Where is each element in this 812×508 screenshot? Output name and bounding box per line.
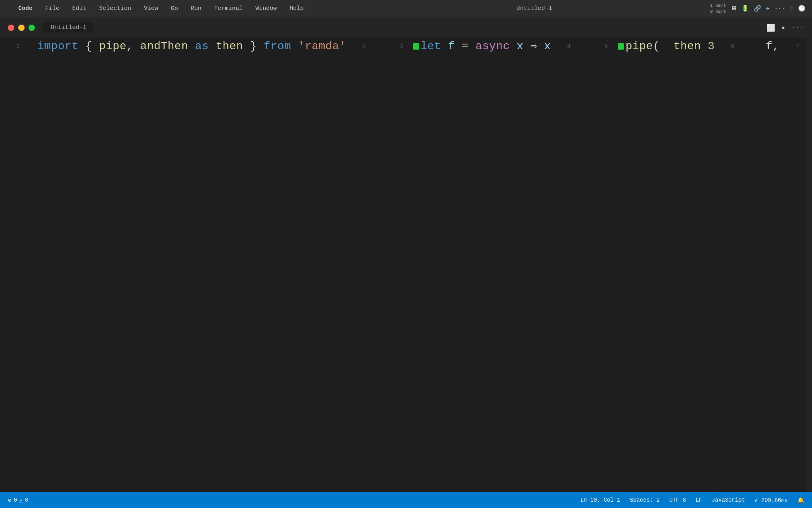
error-count-value: 0 [13,497,17,503]
statusbar: ⊗ 0 △ 0 Ln 10, Col 1 Spaces: 2 UTF-8 LF … [0,492,812,508]
menu-run[interactable]: Run [188,4,204,13]
token: x [544,40,551,52]
token [510,40,517,52]
cursor-position[interactable]: Ln 10, Col 1 [580,497,620,503]
token: f [448,40,455,52]
menu-window[interactable]: Window [253,4,279,13]
menubar-right: 1 KB/s 0 KB/s 🖥 🔋 🔗 ✈ ··· ≡ 🕐 [710,3,806,14]
code-line-content-6: f, [752,38,779,55]
maximize-button[interactable] [29,25,35,31]
menubar-left: Code File Edit Selection View Go Run Ter… [6,4,358,13]
token: f, [752,40,779,52]
token: 'ramda' [298,40,346,52]
menu-terminal[interactable]: Terminal [212,4,245,13]
token: from [264,40,291,52]
line-6: 6 f, [715,38,779,55]
line-2: 2 [346,38,383,55]
line-number-2: 2 [346,43,374,50]
token: as [195,40,209,52]
more-dots-icon[interactable]: ··· [774,5,785,12]
error-icon: ⊗ [8,497,11,504]
token: { [79,40,99,52]
editor-area[interactable]: 1import { pipe, andThen as then } from '… [0,38,812,492]
token: andThen [140,40,188,52]
language-mode[interactable]: JavaScript [712,497,745,503]
line-ending[interactable]: LF [695,497,702,503]
tab-bar: Untitled-1 [43,22,766,33]
token: let [421,40,441,52]
token: = [455,40,475,52]
menu-go[interactable]: Go [169,4,180,13]
breakpoint-dot[interactable] [618,43,624,50]
token [209,40,216,52]
token [291,40,298,52]
token: pipe [626,40,653,52]
timing: ✔ 209.86ms [755,497,788,504]
titlebar: Untitled-1 ⬜ ● ··· [0,17,812,38]
status-right: Ln 10, Col 1 Spaces: 2 UTF-8 LF JavaScri… [580,497,804,504]
error-count[interactable]: ⊗ 0 △ 0 [8,497,29,504]
titlebar-actions: ⬜ ● ··· [766,23,804,32]
line-1: 1import { pipe, andThen as then } from '… [0,38,346,55]
gutter-dot-5 [616,43,626,50]
token [441,40,448,52]
token: then [674,40,701,52]
code-line-content-3: let f = async x ⇒ x [421,38,551,55]
link-icon: 🔗 [754,5,761,12]
more-actions-icon[interactable]: ··· [791,24,804,32]
minimize-button[interactable] [18,25,25,31]
token: , [126,40,140,52]
window-controls [8,25,35,31]
line-3: 3let f = async x ⇒ x [383,38,551,55]
window-title: Untitled-1 [358,5,710,12]
line-number-7: 7 [779,43,807,50]
scrollbar[interactable] [806,38,812,492]
code-line-content-1: import { pipe, andThen as then } from 'r… [37,38,346,55]
warning-count-value: 0 [25,497,28,503]
unsaved-indicator: ● [781,25,785,31]
token: then [216,40,243,52]
line-5: 5pipe( then 3 [588,38,715,55]
menu-code[interactable]: Code [16,4,35,13]
controlcenter-icon[interactable]: ≡ [790,5,793,12]
clock-icon: 🕐 [798,5,806,12]
token [701,40,708,52]
network-stats: 1 KB/s 0 KB/s [710,3,726,14]
token [188,40,195,52]
breakpoint-dot[interactable] [413,43,419,50]
menu-file[interactable]: File [43,4,62,13]
gutter-dot-3 [411,43,421,50]
token: import [37,40,79,52]
line-number-1: 1 [0,43,28,50]
line-number-3: 3 [383,43,411,50]
split-editor-icon[interactable]: ⬜ [766,23,775,32]
token: ( [653,40,674,52]
token: } [243,40,264,52]
battery-icon: 🔋 [741,5,749,12]
code-line-content-5: pipe( then 3 [626,38,715,55]
token: 3 [708,40,714,52]
line-number-5: 5 [588,43,616,50]
indentation[interactable]: Spaces: 2 [630,497,660,503]
token: pipe [99,40,126,52]
close-button[interactable] [8,25,14,31]
menu-edit[interactable]: Edit [70,4,89,13]
token: ⇒ [523,40,544,52]
line-number-4: 4 [551,43,579,50]
menu-help[interactable]: Help [287,4,306,13]
airdrop-icon: ✈ [766,5,770,12]
tab-untitled1[interactable]: Untitled-1 [43,22,94,33]
menu-view[interactable]: View [142,4,161,13]
encoding[interactable]: UTF-8 [669,497,686,503]
token: x [517,40,523,52]
menu-selection[interactable]: Selection [97,4,134,13]
line-number-6: 6 [715,43,743,50]
notifications-icon[interactable]: 🔔 [797,497,804,504]
menubar: Code File Edit Selection View Go Run Ter… [0,0,812,17]
token: async [475,40,510,52]
display-icon[interactable]: 🖥 [731,5,737,12]
warning-icon: △ [19,497,23,504]
line-4: 4 [551,38,588,55]
